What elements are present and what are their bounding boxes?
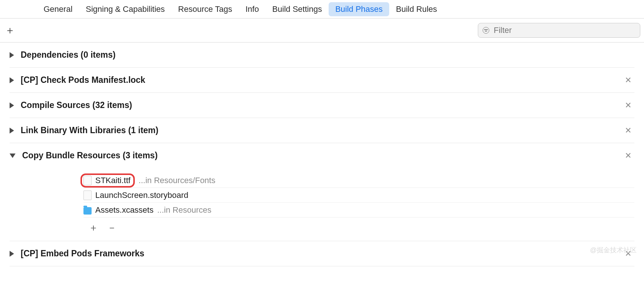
- file-row-actions: ＋ －: [83, 218, 634, 236]
- folder-icon: [83, 207, 92, 215]
- disclosure-triangle-icon[interactable]: [10, 154, 16, 158]
- copy-bundle-body: STKaiti.ttf ...in Resources/Fonts Launch…: [10, 168, 634, 241]
- phase-title: Compile Sources (32 items): [21, 100, 622, 110]
- disclosure-triangle-icon[interactable]: [10, 102, 14, 108]
- phase-copy-bundle[interactable]: Copy Bundle Resources (3 items) ✕: [10, 143, 634, 168]
- file-path: ...in Resources: [157, 205, 212, 215]
- phase-check-pods[interactable]: [CP] Check Pods Manifest.lock ✕: [10, 68, 634, 93]
- phase-link-binary[interactable]: Link Binary With Libraries (1 item) ✕: [10, 118, 634, 143]
- phase-compile-sources[interactable]: Compile Sources (32 items) ✕: [10, 93, 634, 118]
- tab-signing[interactable]: Signing & Capabilities: [79, 2, 171, 16]
- disclosure-triangle-icon[interactable]: [10, 77, 14, 83]
- file-name: STKaiti.ttf: [95, 176, 130, 185]
- disclosure-triangle-icon[interactable]: [10, 52, 14, 58]
- remove-phase-icon[interactable]: ✕: [622, 126, 634, 135]
- tab-build-phases[interactable]: Build Phases: [329, 2, 389, 16]
- file-name: Assets.xcassets: [95, 205, 154, 215]
- phase-title: Dependencies (0 items): [21, 50, 634, 60]
- add-file-button[interactable]: ＋: [89, 221, 98, 234]
- remove-phase-icon[interactable]: ✕: [622, 151, 634, 161]
- tab-resource-tags[interactable]: Resource Tags: [171, 2, 239, 16]
- filter-input[interactable]: [494, 26, 636, 35]
- file-icon: [83, 190, 92, 200]
- annotation-highlight: STKaiti.ttf: [80, 173, 135, 188]
- tab-info[interactable]: Info: [239, 2, 266, 16]
- file-row[interactable]: STKaiti.ttf ...in Resources/Fonts: [83, 173, 634, 188]
- tab-build-settings[interactable]: Build Settings: [266, 2, 329, 16]
- watermark: @掘金技术社区: [590, 246, 637, 254]
- phase-title: Link Binary With Libraries (1 item): [21, 125, 622, 135]
- filter-icon: [483, 27, 489, 34]
- phase-title: [CP] Check Pods Manifest.lock: [21, 75, 622, 85]
- remove-phase-icon[interactable]: ✕: [622, 101, 634, 110]
- phase-title: [CP] Embed Pods Frameworks: [21, 249, 622, 259]
- remove-phase-icon[interactable]: ✕: [622, 75, 634, 85]
- disclosure-triangle-icon[interactable]: [10, 251, 14, 257]
- file-row[interactable]: Assets.xcassets ...in Resources: [83, 203, 634, 218]
- phase-embed-pods[interactable]: [CP] Embed Pods Frameworks ✕: [10, 241, 634, 266]
- toolbar: ＋: [0, 18, 644, 43]
- file-name: LaunchScreen.storyboard: [95, 190, 188, 200]
- file-row[interactable]: LaunchScreen.storyboard: [83, 188, 634, 203]
- filter-box[interactable]: [478, 23, 640, 38]
- tab-bar: General Signing & Capabilities Resource …: [0, 0, 644, 18]
- phase-dependencies[interactable]: Dependencies (0 items): [10, 43, 634, 68]
- phase-title: Copy Bundle Resources (3 items): [22, 151, 622, 161]
- tab-build-rules[interactable]: Build Rules: [389, 2, 443, 16]
- disclosure-triangle-icon[interactable]: [10, 128, 14, 134]
- file-path: ...in Resources/Fonts: [138, 176, 215, 185]
- tab-general[interactable]: General: [37, 2, 79, 16]
- phases-list: Dependencies (0 items) [CP] Check Pods M…: [0, 43, 644, 266]
- remove-file-button[interactable]: －: [107, 221, 117, 234]
- file-icon: [83, 176, 92, 185]
- add-phase-button[interactable]: ＋: [4, 23, 16, 37]
